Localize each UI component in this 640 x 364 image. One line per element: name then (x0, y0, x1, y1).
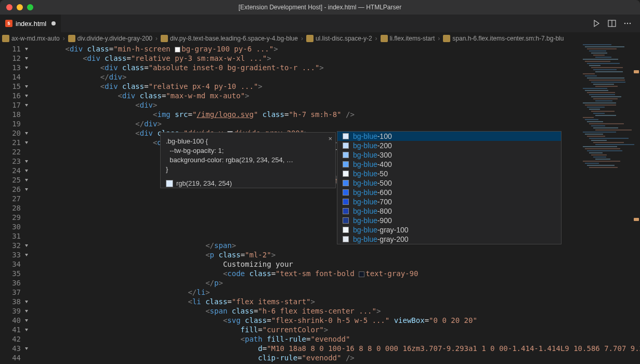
suggestion-label: bg-blue-300 (353, 151, 392, 159)
editor-tabs: 5 index.html (0, 15, 640, 33)
color-swatch-icon (343, 236, 349, 242)
title-bar: [Extension Development Host] - index.htm… (0, 0, 640, 15)
svg-point-2 (624, 23, 625, 24)
color-swatch-icon (343, 227, 349, 233)
window-title: [Extension Development Host] - index.htm… (0, 4, 640, 11)
breadcrumb-item[interactable]: ul.list-disc.space-y-2 (306, 35, 372, 42)
breadcrumb-item[interactable]: div.py-8.text-base.leading-6.space-y-4.b… (161, 35, 298, 42)
suggest-details-widget: × .bg-blue-100 { --tw-bg-opacity: 1; bac… (160, 132, 336, 188)
suggestion-item[interactable]: bg-blue-400 (337, 160, 561, 169)
breadcrumb-item[interactable]: ax-w-md.mx-auto (2, 35, 60, 42)
color-swatch-icon (343, 152, 349, 158)
suggestion-label: bg-blue-gray-100 (353, 226, 409, 234)
suggestion-label: bg-blue-100 (353, 132, 392, 140)
html-file-icon: 5 (5, 20, 12, 27)
element-icon (306, 35, 314, 42)
overview-ruler-mark (634, 70, 639, 73)
details-color-text: rgb(219, 234, 254) (176, 179, 232, 187)
svg-point-4 (630, 23, 631, 24)
suggestion-item[interactable]: bg-blue-300 (337, 150, 561, 160)
element-icon (68, 35, 75, 42)
breadcrumbs[interactable]: ax-w-md.mx-auto›div.divide-y.divide-gray… (0, 33, 640, 44)
split-editor-icon[interactable] (608, 19, 616, 28)
color-swatch-icon (343, 217, 349, 224)
color-swatch-icon (343, 133, 349, 139)
breadcrumb-item[interactable]: li.flex.items-start (381, 35, 435, 42)
details-css: .bg-blue-100 { --tw-bg-opacity: 1; backg… (166, 137, 330, 174)
svg-point-3 (627, 23, 628, 24)
autocomplete-suggest-widget[interactable]: bg-blue-100bg-blue-200bg-blue-300bg-blue… (337, 131, 561, 244)
tab-index-html[interactable]: 5 index.html (0, 15, 61, 32)
unsaved-indicator-icon (51, 21, 56, 25)
overview-ruler (633, 44, 640, 364)
suggestion-label: bg-blue-200 (353, 141, 392, 150)
color-swatch-icon (343, 208, 349, 214)
color-swatch-icon (343, 171, 349, 177)
close-window-button[interactable] (6, 4, 12, 10)
macos-traffic-lights (6, 4, 33, 10)
color-swatch-icon (343, 161, 349, 167)
color-swatch-icon (166, 180, 173, 187)
suggestion-item[interactable]: bg-blue-900 (337, 216, 561, 225)
color-swatch-icon (343, 189, 349, 196)
color-swatch-icon (343, 180, 349, 186)
suggestion-item[interactable]: bg-blue-gray-100 (337, 225, 561, 235)
overview-ruler-mark (634, 218, 639, 221)
suggestion-label: bg-blue-50 (353, 170, 388, 178)
suggestion-item[interactable]: bg-blue-600 (337, 188, 561, 197)
more-actions-icon[interactable] (623, 19, 632, 28)
suggestion-item[interactable]: bg-blue-800 (337, 206, 561, 216)
details-color-row: rgb(219, 234, 254) (166, 179, 330, 187)
suggestion-label: bg-blue-800 (353, 207, 392, 215)
minimize-window-button[interactable] (17, 4, 23, 10)
suggestion-label: bg-blue-gray-200 (353, 235, 409, 243)
suggestion-label: bg-blue-900 (353, 216, 392, 225)
element-icon (2, 35, 9, 42)
suggestion-item[interactable]: bg-blue-gray-200 (337, 235, 561, 244)
suggestion-item[interactable]: bg-blue-700 (337, 197, 561, 206)
suggestion-item[interactable]: bg-blue-200 (337, 141, 561, 150)
color-swatch-icon (343, 142, 349, 149)
element-icon (381, 35, 388, 42)
suggestion-label: bg-blue-600 (353, 188, 392, 197)
close-icon[interactable]: × (328, 135, 332, 142)
breadcrumb-item[interactable]: span.h-6.flex.items-center.sm:h-7.bg-blu (443, 35, 564, 42)
maximize-window-button[interactable] (27, 4, 33, 10)
suggestion-label: bg-blue-700 (353, 198, 392, 206)
color-swatch-icon (343, 199, 349, 205)
run-icon[interactable] (592, 19, 600, 28)
suggestion-item[interactable]: bg-blue-50 (337, 169, 561, 178)
suggestion-item[interactable]: bg-blue-500 (337, 178, 561, 188)
suggestion-label: bg-blue-500 (353, 179, 392, 187)
line-number-gutter: 1112131415161718192021222324252627282930… (0, 44, 30, 364)
element-icon (161, 35, 168, 42)
editor-actions (592, 15, 640, 32)
tab-label: index.html (16, 20, 46, 28)
breadcrumb-item[interactable]: div.divide-y.divide-gray-200 (68, 35, 152, 42)
element-icon (443, 35, 450, 42)
suggestion-item[interactable]: bg-blue-100 (337, 132, 561, 141)
suggestion-label: bg-blue-400 (353, 160, 392, 168)
